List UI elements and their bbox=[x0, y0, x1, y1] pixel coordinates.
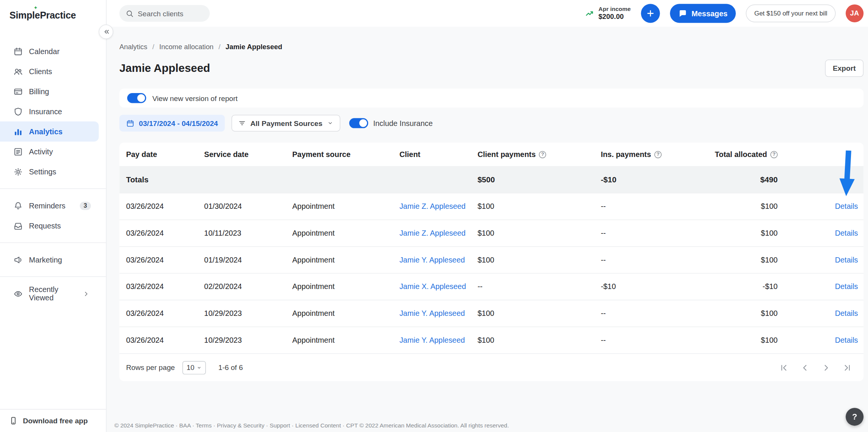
income-summary[interactable]: Apr income $200.00 bbox=[585, 5, 631, 21]
help-icon[interactable]: ? bbox=[539, 151, 546, 158]
cell-service-date: 01/19/2024 bbox=[204, 256, 292, 264]
col-total-allocated-label: Total allocated bbox=[715, 150, 767, 159]
sidebar-item-clients[interactable]: Clients bbox=[0, 61, 99, 81]
totals-total-allocated: $490 bbox=[720, 175, 783, 184]
sidebar-collapse-button[interactable] bbox=[99, 25, 113, 39]
table-row: 03/26/2024 10/29/2023 Appointment Jamie … bbox=[119, 326, 863, 353]
chevron-left-icon bbox=[801, 363, 810, 372]
sidebar-item-requests[interactable]: Requests bbox=[0, 216, 99, 236]
col-ins-payments: Ins. payments ? bbox=[601, 150, 720, 159]
cell-service-date: 02/20/2024 bbox=[204, 283, 292, 291]
user-avatar[interactable]: JA bbox=[846, 5, 863, 22]
cell-total-allocated: $100 bbox=[720, 256, 783, 264]
breadcrumb-analytics[interactable]: Analytics bbox=[119, 43, 147, 51]
bar-chart-icon bbox=[13, 127, 23, 136]
sidebar-item-label: Reminders bbox=[29, 201, 66, 210]
client-link[interactable]: Jamie Y. Appleseed bbox=[400, 336, 478, 344]
cell-ins-payments: -- bbox=[601, 336, 720, 344]
sidebar-item-recently-viewed[interactable]: Recently Viewed bbox=[0, 284, 99, 304]
cell-ins-payments: -- bbox=[601, 229, 720, 237]
sidebar-item-insurance[interactable]: Insurance bbox=[0, 101, 99, 121]
cell-ins-payments: -- bbox=[601, 309, 720, 318]
sidebar-item-marketing[interactable]: Marketing bbox=[0, 250, 99, 270]
client-link[interactable]: Jamie Z. Appleseed bbox=[400, 229, 478, 237]
client-link[interactable]: Jamie X. Appleseed bbox=[400, 283, 478, 291]
details-link[interactable]: Details bbox=[783, 202, 863, 211]
details-link[interactable]: Details bbox=[783, 229, 863, 237]
client-link[interactable]: Jamie Y. Appleseed bbox=[400, 309, 478, 318]
previous-page-button[interactable] bbox=[798, 360, 812, 375]
inbox-icon bbox=[13, 221, 23, 230]
details-link[interactable]: Details bbox=[783, 283, 863, 291]
client-link[interactable]: Jamie Z. Appleseed bbox=[400, 202, 478, 211]
sidebar-item-reminders[interactable]: Reminders 3 bbox=[0, 196, 99, 216]
date-range-button[interactable]: 03/17/2024 - 04/15/2024 bbox=[119, 115, 225, 131]
messages-button[interactable]: Messages bbox=[670, 4, 736, 23]
sidebar-item-activity[interactable]: Activity bbox=[0, 141, 99, 162]
credit-card-icon bbox=[13, 87, 23, 96]
last-page-button[interactable] bbox=[840, 360, 854, 375]
table-row: 03/26/2024 10/29/2023 Appointment Jamie … bbox=[119, 300, 863, 326]
details-link[interactable]: Details bbox=[783, 256, 863, 264]
help-button[interactable]: ? bbox=[846, 408, 863, 426]
sidebar-item-label: Marketing bbox=[29, 255, 62, 264]
new-version-toggle[interactable] bbox=[127, 93, 146, 103]
brand-name: SimplePractice bbox=[9, 10, 76, 21]
sidebar-item-calendar[interactable]: Calendar bbox=[0, 41, 99, 61]
cell-payment-source: Appointment bbox=[292, 309, 400, 318]
create-new-button[interactable] bbox=[641, 4, 660, 23]
table-header-row: Pay date Service date Payment source Cli… bbox=[119, 143, 863, 166]
col-payment-source: Payment source bbox=[292, 150, 400, 159]
search-clients-box[interactable] bbox=[119, 5, 210, 22]
first-page-button[interactable] bbox=[776, 360, 791, 375]
table-body: 03/26/2024 01/30/2024 Appointment Jamie … bbox=[119, 193, 863, 353]
sidebar-item-analytics[interactable]: Analytics bbox=[0, 121, 99, 141]
totals-client-payments: $500 bbox=[478, 175, 601, 184]
help-icon[interactable]: ? bbox=[654, 151, 662, 158]
shield-icon bbox=[13, 107, 23, 116]
include-insurance-toggle[interactable] bbox=[349, 118, 368, 128]
payment-sources-dropdown[interactable]: All Payment Sources bbox=[231, 115, 340, 131]
table-row: 03/26/2024 02/20/2024 Appointment Jamie … bbox=[119, 273, 863, 300]
cell-payment-source: Appointment bbox=[292, 202, 400, 211]
sidebar-item-billing[interactable]: Billing bbox=[0, 81, 99, 101]
referral-offer-button[interactable]: Get $150 off your next bill bbox=[746, 5, 836, 22]
sidebar-item-settings[interactable]: Settings bbox=[0, 162, 99, 182]
chevron-down-icon bbox=[327, 120, 334, 127]
search-input[interactable] bbox=[138, 9, 202, 17]
download-app-button[interactable]: Download free app bbox=[0, 409, 106, 432]
main-area: Apr income $200.00 Messages Get $150 of bbox=[106, 0, 868, 432]
brand-logo[interactable]: SimplePractice ✦ bbox=[0, 0, 106, 31]
breadcrumb-income-allocation[interactable]: Income allocation bbox=[159, 43, 214, 51]
breadcrumb-separator: / bbox=[219, 43, 220, 51]
details-link[interactable]: Details bbox=[783, 336, 863, 344]
col-total-allocated: Total allocated ? bbox=[720, 150, 783, 159]
calendar-icon bbox=[13, 47, 23, 56]
activity-list-icon bbox=[13, 147, 23, 156]
col-pay-date: Pay date bbox=[119, 150, 204, 159]
offer-label: Get $150 off your next bill bbox=[754, 10, 827, 17]
megaphone-icon bbox=[13, 255, 23, 264]
trending-up-icon bbox=[585, 9, 595, 18]
sidebar-item-label: Activity bbox=[29, 148, 53, 156]
export-button[interactable]: Export bbox=[825, 59, 863, 77]
next-page-button[interactable] bbox=[819, 360, 833, 375]
chevron-right-icon bbox=[83, 290, 90, 297]
cell-client-payments: $100 bbox=[478, 256, 601, 264]
cell-service-date: 01/30/2024 bbox=[204, 202, 292, 211]
table-row: 03/26/2024 01/30/2024 Appointment Jamie … bbox=[119, 193, 863, 220]
include-insurance-label: Include Insurance bbox=[373, 119, 432, 127]
rows-per-page-select[interactable]: 10 bbox=[183, 361, 206, 374]
help-icon[interactable]: ? bbox=[770, 151, 777, 158]
cell-pay-date: 03/26/2024 bbox=[119, 336, 204, 344]
table-row: 03/26/2024 01/19/2024 Appointment Jamie … bbox=[119, 246, 863, 273]
cell-payment-source: Appointment bbox=[292, 229, 400, 237]
download-app-label: Download free app bbox=[23, 416, 87, 425]
cell-ins-payments: -$10 bbox=[601, 283, 720, 291]
income-value: $200.00 bbox=[598, 13, 631, 22]
users-icon bbox=[13, 67, 23, 76]
client-link[interactable]: Jamie Y. Appleseed bbox=[400, 256, 478, 264]
col-client: Client bbox=[400, 150, 478, 159]
chevron-down-icon bbox=[197, 365, 202, 370]
details-link[interactable]: Details bbox=[783, 309, 863, 318]
